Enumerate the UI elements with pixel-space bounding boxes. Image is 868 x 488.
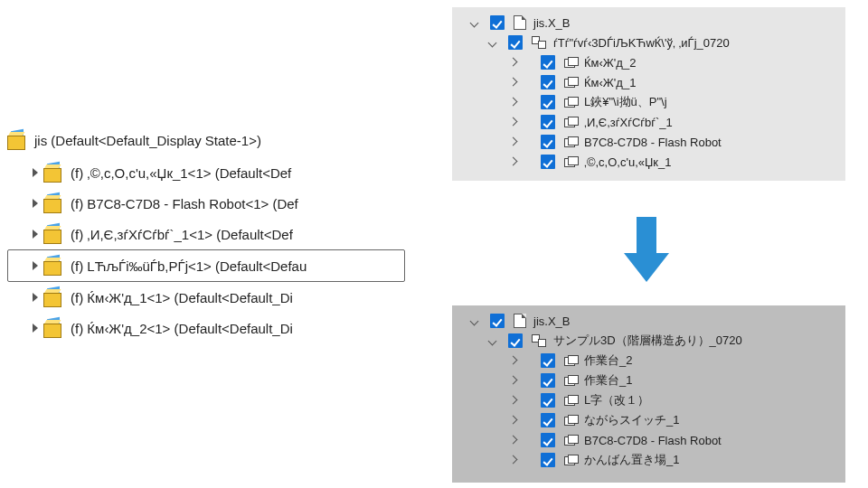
node-label: jis.X_B: [533, 314, 570, 328]
tree-part-row[interactable]: B7C8-C7D8 - Flash Robot: [458, 430, 840, 450]
chevron-right-icon[interactable]: [508, 356, 517, 365]
visibility-checkbox[interactable]: [541, 433, 555, 447]
part-icon: [564, 375, 577, 386]
chevron-down-icon[interactable]: [488, 38, 497, 47]
node-label: Ќм‹Ж'д_2: [584, 56, 636, 70]
assembly-box-icon: [43, 224, 65, 244]
expand-icon[interactable]: [33, 230, 38, 239]
node-label: ‚И,Є,зѓХѓCѓbѓ`_1: [584, 116, 673, 129]
chevron-right-icon[interactable]: [508, 157, 517, 166]
feature-tree-item[interactable]: (f) Ќм‹Ж'д_2<1> (Default<Default_Di: [7, 313, 405, 343]
expand-icon[interactable]: [33, 324, 38, 333]
visibility-checkbox[interactable]: [541, 95, 555, 109]
expand-icon[interactable]: [33, 293, 38, 302]
visibility-checkbox[interactable]: [541, 453, 555, 467]
tree-root-row[interactable]: jis.X_B: [458, 311, 840, 331]
tree-root-row[interactable]: jis.X_B: [458, 13, 840, 33]
part-icon: [564, 117, 577, 127]
tree-part-row[interactable]: ‚И,Є,зѓХѓCѓbѓ`_1: [458, 112, 840, 132]
node-label: B7C8-C7D8 - Flash Robot: [584, 136, 722, 149]
visibility-checkbox[interactable]: [541, 75, 555, 89]
assembly-box-icon: [43, 287, 65, 307]
node-label: L鋏¥"\i拗ü、P"\j: [584, 94, 667, 110]
chevron-right-icon[interactable]: [508, 137, 517, 146]
node-label: 作業台_1: [584, 372, 632, 389]
chevron-right-icon[interactable]: [508, 78, 517, 87]
node-label: ‚©,c,O,c'u,«Џк_1: [584, 155, 671, 169]
visibility-checkbox[interactable]: [490, 314, 505, 328]
feature-tree-item[interactable]: (f) ‚©,c,O,c'u,«Џк_1<1> (Default<Def: [7, 157, 405, 188]
part-icon: [564, 97, 577, 108]
visibility-checkbox[interactable]: [541, 115, 555, 129]
feature-tree-item[interactable]: (f) Ќм‹Ж'д_1<1> (Default<Default_Di: [7, 282, 405, 313]
tree-part-row[interactable]: ‚©,c,O,c'u,«Џк_1: [458, 152, 840, 172]
tree-part-row[interactable]: 作業台_1: [458, 371, 840, 390]
visibility-checkbox[interactable]: [541, 353, 555, 368]
visibility-checkbox[interactable]: [541, 135, 555, 149]
node-label: 作業台_2: [584, 352, 632, 369]
visibility-checkbox[interactable]: [541, 373, 555, 388]
chevron-down-icon[interactable]: [470, 18, 479, 27]
expand-icon[interactable]: [33, 261, 38, 270]
chevron-right-icon[interactable]: [508, 416, 517, 425]
chevron-right-icon[interactable]: [508, 455, 517, 465]
tree-part-row[interactable]: 作業台_2: [458, 351, 840, 371]
tree-part-row[interactable]: B7C8-C7D8 - Flash Robot: [458, 132, 840, 152]
tree-part-row[interactable]: L鋏¥"\i拗ü、P"\j: [458, 92, 840, 112]
feature-item-label: (f) LЋљЃi‰üЃb,РЃj<1> (Default<Defau: [71, 258, 307, 274]
part-icon: [564, 77, 577, 88]
feature-item-label: (f) B7C8-C7D8 - Flash Robot<1> (Def: [71, 196, 298, 211]
visibility-checkbox[interactable]: [490, 15, 505, 30]
tree-root-label: jis (Default<Default_Display State-1>): [34, 133, 261, 148]
encoding-before-tree: jis.X_BѓTѓ"ѓvѓ‹3DЃiЉKЋwЌ\'ў‚ ‚иЃj_0720Ќм…: [452, 7, 845, 181]
tree-part-row[interactable]: L字（改１）: [458, 390, 840, 410]
tree-root-row[interactable]: jis (Default<Default_Display State-1>): [7, 127, 405, 157]
visibility-checkbox[interactable]: [541, 55, 555, 70]
feature-tree-item[interactable]: (f) LЋљЃi‰üЃb,РЃj<1> (Default<Defau: [7, 249, 405, 282]
expand-icon[interactable]: [33, 168, 38, 177]
chevron-right-icon[interactable]: [508, 436, 517, 445]
feature-tree-item[interactable]: (f) B7C8-C7D8 - Flash Robot<1> (Def: [7, 188, 405, 219]
assembly-box-icon: [43, 318, 65, 338]
part-icon: [564, 57, 577, 68]
chevron-right-icon[interactable]: [508, 98, 517, 107]
assembly-box-icon: [43, 163, 65, 183]
assembly-icon: [532, 36, 546, 49]
tree-part-row[interactable]: Ќм‹Ж'д_2: [458, 52, 840, 72]
assembly-box-icon: [43, 256, 65, 276]
chevron-down-icon[interactable]: [488, 336, 497, 345]
chevron-right-icon[interactable]: [508, 376, 517, 385]
assembly-box-icon: [7, 130, 29, 150]
node-label: L字（改１）: [584, 392, 649, 408]
part-icon: [564, 355, 577, 366]
visibility-checkbox[interactable]: [508, 333, 523, 348]
chevron-right-icon[interactable]: [508, 396, 517, 405]
assembly-box-icon: [43, 193, 65, 213]
tree-assembly-row[interactable]: ѓTѓ"ѓvѓ‹3DЃiЉKЋwЌ\'ў‚ ‚иЃj_0720: [458, 33, 840, 52]
expand-icon[interactable]: [33, 199, 38, 208]
feature-item-label: (f) Ќм‹Ж'д_1<1> (Default<Default_Di: [71, 290, 293, 305]
visibility-checkbox[interactable]: [508, 35, 523, 50]
part-icon: [564, 156, 577, 167]
feature-item-label: (f) Ќм‹Ж'д_2<1> (Default<Default_Di: [71, 321, 293, 336]
feature-tree-item[interactable]: (f) ‚И,Є,зѓХѓCѓbѓ`_1<1> (Default<Def: [7, 219, 405, 249]
chevron-right-icon[interactable]: [508, 58, 517, 67]
chevron-right-icon[interactable]: [508, 117, 517, 127]
chevron-down-icon[interactable]: [470, 316, 479, 325]
visibility-checkbox[interactable]: [541, 393, 555, 408]
tree-part-row[interactable]: かんばん置き場_1: [458, 450, 840, 470]
arrow-down-icon: [624, 217, 669, 289]
node-label: B7C8-C7D8 - Flash Robot: [584, 434, 722, 447]
part-icon: [564, 415, 577, 426]
tree-part-row[interactable]: ながらスイッチ_1: [458, 410, 840, 430]
visibility-checkbox[interactable]: [541, 413, 555, 427]
node-label: かんばん置き場_1: [584, 452, 679, 468]
visibility-checkbox[interactable]: [541, 155, 555, 169]
feature-item-label: (f) ‚©,c,O,c'u,«Џк_1<1> (Default<Def: [71, 165, 291, 181]
left-feature-tree: jis (Default<Default_Display State-1>) (…: [7, 127, 405, 343]
tree-assembly-row[interactable]: サンプル3D（階層構造あり）_0720: [458, 331, 840, 351]
part-icon: [564, 136, 577, 147]
tree-part-row[interactable]: Ќм‹Ж'д_1: [458, 72, 840, 92]
file-icon: [514, 314, 526, 328]
encoding-after-tree: jis.X_Bサンプル3D（階層構造あり）_0720作業台_2作業台_1L字（改…: [452, 305, 845, 483]
